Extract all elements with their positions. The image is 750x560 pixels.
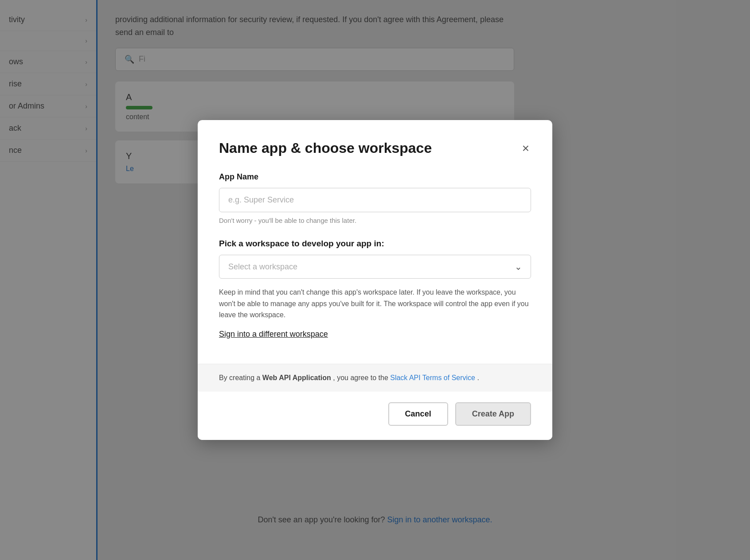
close-button[interactable]: ×	[520, 140, 531, 156]
footer-bold-text: Web API Application	[262, 374, 331, 381]
terms-of-service-link[interactable]: Slack API Terms of Service	[390, 374, 475, 381]
modal-header: Name app & choose workspace ×	[219, 140, 531, 156]
app-name-section: App Name Don't worry - you'll be able to…	[219, 172, 531, 225]
cancel-button[interactable]: Cancel	[388, 402, 448, 426]
workspace-warning: Keep in mind that you can't change this …	[219, 287, 531, 321]
workspace-section: Pick a workspace to develop your app in:…	[219, 239, 531, 353]
workspace-select-wrapper: Select a workspace ⌄	[219, 255, 531, 279]
app-name-input[interactable]	[219, 188, 531, 212]
footer-text-middle: , you agree to the	[333, 374, 390, 381]
sign-in-different-workspace-link[interactable]: Sign into a different workspace	[219, 330, 328, 339]
create-app-button[interactable]: Create App	[455, 402, 531, 426]
modal-actions: Cancel Create App	[198, 392, 552, 440]
app-name-hint: Don't worry - you'll be able to change t…	[219, 217, 356, 224]
workspace-select[interactable]: Select a workspace	[219, 255, 531, 279]
modal-overlay: Name app & choose workspace × App Name D…	[0, 0, 750, 560]
modal-body: Name app & choose workspace × App Name D…	[198, 120, 552, 353]
footer-text-after: .	[477, 374, 479, 381]
app-name-label: App Name	[219, 172, 531, 182]
modal-footer-banner: By creating a Web API Application , you …	[198, 364, 552, 392]
footer-text-before: By creating a	[219, 374, 262, 381]
modal-title: Name app & choose workspace	[219, 140, 432, 156]
workspace-label: Pick a workspace to develop your app in:	[219, 239, 531, 249]
modal-dialog: Name app & choose workspace × App Name D…	[198, 120, 552, 440]
